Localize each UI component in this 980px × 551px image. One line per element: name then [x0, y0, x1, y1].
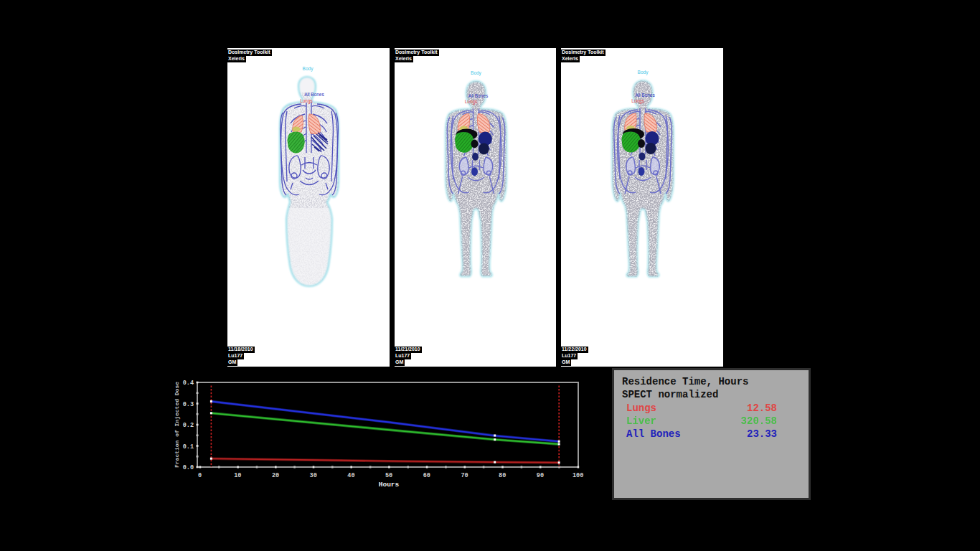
svg-text:0.1: 0.1	[183, 443, 194, 451]
svg-text:100: 100	[573, 472, 583, 479]
svg-text:Fraction of Injected Dose: Fraction of Injected Dose	[174, 382, 180, 468]
svg-text:0.2: 0.2	[183, 422, 194, 429]
svg-text:70: 70	[461, 472, 468, 479]
svg-text:40: 40	[347, 472, 354, 479]
svg-text:30: 30	[310, 472, 317, 479]
svg-text:0.4: 0.4	[183, 380, 194, 387]
svg-text:90: 90	[537, 472, 544, 479]
svg-text:0.0: 0.0	[183, 464, 194, 471]
svg-text:20: 20	[272, 472, 279, 479]
svg-text:80: 80	[499, 472, 506, 479]
svg-text:10: 10	[234, 472, 241, 479]
svg-text:0.3: 0.3	[183, 401, 194, 408]
svg-text:Hours: Hours	[379, 481, 400, 489]
svg-text:0: 0	[198, 472, 202, 479]
svg-text:60: 60	[423, 472, 430, 479]
svg-text:50: 50	[385, 472, 392, 479]
